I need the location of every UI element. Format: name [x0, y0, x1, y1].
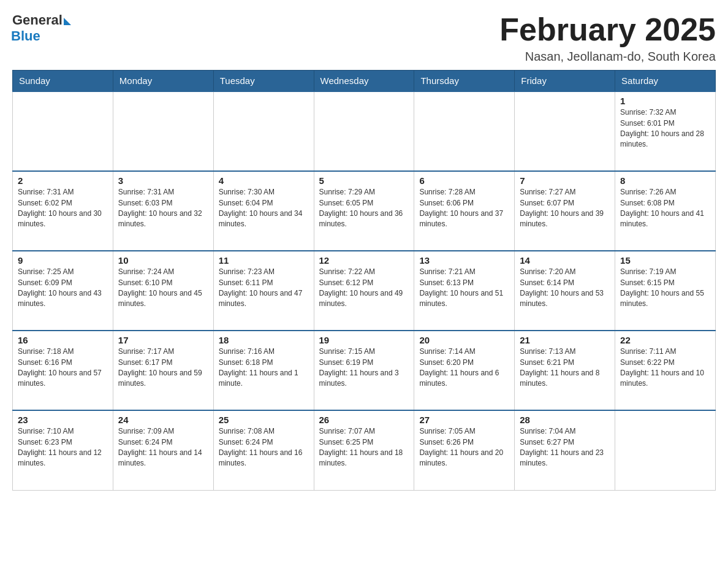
day-number: 23	[18, 415, 108, 425]
day-number: 14	[520, 255, 610, 266]
calendar-week-row: 23Sunrise: 7:10 AMSunset: 6:23 PMDayligh…	[13, 410, 716, 490]
calendar-day-header: Tuesday	[213, 71, 314, 92]
day-number: 7	[520, 175, 610, 186]
calendar-day-header: Friday	[515, 71, 615, 92]
day-info: Sunrise: 7:08 AMSunset: 6:24 PMDaylight:…	[219, 426, 309, 469]
day-info: Sunrise: 7:10 AMSunset: 6:23 PMDaylight:…	[18, 426, 108, 469]
day-info: Sunrise: 7:26 AMSunset: 6:08 PMDaylight:…	[620, 187, 710, 230]
calendar-day-cell: 6Sunrise: 7:28 AMSunset: 6:06 PMDaylight…	[414, 171, 515, 251]
day-number: 24	[118, 415, 208, 425]
calendar-day-cell: 23Sunrise: 7:10 AMSunset: 6:23 PMDayligh…	[13, 410, 113, 490]
day-info: Sunrise: 7:21 AMSunset: 6:13 PMDaylight:…	[419, 267, 509, 310]
day-info: Sunrise: 7:14 AMSunset: 6:20 PMDaylight:…	[419, 347, 509, 389]
calendar-day-cell	[113, 91, 213, 171]
calendar-day-cell: 16Sunrise: 7:18 AMSunset: 6:16 PMDayligh…	[13, 331, 113, 410]
day-info: Sunrise: 7:04 AMSunset: 6:27 PMDaylight:…	[520, 426, 610, 469]
logo-arrow-icon	[64, 18, 71, 25]
calendar-day-cell: 12Sunrise: 7:22 AMSunset: 6:12 PMDayligh…	[314, 251, 414, 331]
day-number: 1	[620, 96, 710, 106]
calendar-day-header: Monday	[113, 71, 213, 92]
page-header: General Blue February 2025 Nasan, Jeolla…	[12, 12, 716, 64]
calendar-day-header: Sunday	[13, 71, 113, 92]
day-info: Sunrise: 7:18 AMSunset: 6:16 PMDaylight:…	[18, 347, 108, 389]
location-subtitle: Nasan, Jeollanam-do, South Korea	[499, 50, 716, 64]
calendar-day-cell	[515, 91, 615, 171]
day-info: Sunrise: 7:24 AMSunset: 6:10 PMDaylight:…	[118, 267, 208, 310]
day-number: 13	[419, 255, 509, 266]
calendar-day-cell: 3Sunrise: 7:31 AMSunset: 6:03 PMDaylight…	[113, 171, 213, 251]
day-info: Sunrise: 7:30 AMSunset: 6:04 PMDaylight:…	[219, 187, 309, 230]
day-number: 5	[319, 175, 409, 186]
calendar-day-cell: 19Sunrise: 7:15 AMSunset: 6:19 PMDayligh…	[314, 331, 414, 410]
calendar-day-cell: 26Sunrise: 7:07 AMSunset: 6:25 PMDayligh…	[314, 410, 414, 490]
calendar-week-row: 16Sunrise: 7:18 AMSunset: 6:16 PMDayligh…	[13, 331, 716, 410]
day-info: Sunrise: 7:09 AMSunset: 6:24 PMDaylight:…	[118, 426, 208, 469]
calendar-day-cell	[414, 91, 515, 171]
calendar-day-cell: 17Sunrise: 7:17 AMSunset: 6:17 PMDayligh…	[113, 331, 213, 410]
day-number: 20	[419, 335, 509, 345]
calendar-header-row: SundayMondayTuesdayWednesdayThursdayFrid…	[13, 71, 716, 92]
day-info: Sunrise: 7:32 AMSunset: 6:01 PMDaylight:…	[620, 107, 710, 150]
logo-blue-text: Blue	[11, 28, 40, 44]
logo: General Blue	[12, 12, 71, 44]
calendar-day-cell: 21Sunrise: 7:13 AMSunset: 6:21 PMDayligh…	[515, 331, 615, 410]
day-number: 2	[18, 175, 108, 186]
day-info: Sunrise: 7:31 AMSunset: 6:03 PMDaylight:…	[118, 187, 208, 230]
calendar-day-cell: 13Sunrise: 7:21 AMSunset: 6:13 PMDayligh…	[414, 251, 515, 331]
calendar-day-header: Thursday	[414, 71, 515, 92]
calendar-day-cell: 5Sunrise: 7:29 AMSunset: 6:05 PMDaylight…	[314, 171, 414, 251]
day-info: Sunrise: 7:16 AMSunset: 6:18 PMDaylight:…	[219, 347, 309, 389]
day-number: 27	[419, 415, 509, 425]
day-number: 3	[118, 175, 208, 186]
calendar-day-cell: 15Sunrise: 7:19 AMSunset: 6:15 PMDayligh…	[615, 251, 716, 331]
day-number: 25	[219, 415, 309, 425]
calendar-day-cell: 4Sunrise: 7:30 AMSunset: 6:04 PMDaylight…	[213, 171, 314, 251]
calendar-day-cell: 2Sunrise: 7:31 AMSunset: 6:02 PMDaylight…	[13, 171, 113, 251]
day-info: Sunrise: 7:28 AMSunset: 6:06 PMDaylight:…	[419, 187, 509, 230]
day-number: 8	[620, 175, 710, 186]
day-number: 9	[18, 255, 108, 266]
day-info: Sunrise: 7:22 AMSunset: 6:12 PMDaylight:…	[319, 267, 409, 310]
day-info: Sunrise: 7:25 AMSunset: 6:09 PMDaylight:…	[18, 267, 108, 310]
day-number: 26	[319, 415, 409, 425]
day-number: 11	[219, 255, 309, 266]
day-number: 12	[319, 255, 409, 266]
day-info: Sunrise: 7:19 AMSunset: 6:15 PMDaylight:…	[620, 267, 710, 310]
day-number: 21	[520, 335, 610, 345]
logo-general-text: General	[12, 12, 63, 28]
calendar-day-cell: 18Sunrise: 7:16 AMSunset: 6:18 PMDayligh…	[213, 331, 314, 410]
day-info: Sunrise: 7:23 AMSunset: 6:11 PMDaylight:…	[219, 267, 309, 310]
calendar-day-cell: 20Sunrise: 7:14 AMSunset: 6:20 PMDayligh…	[414, 331, 515, 410]
day-number: 4	[219, 175, 309, 186]
calendar-day-cell	[13, 91, 113, 171]
day-number: 15	[620, 255, 710, 266]
calendar-day-cell	[615, 410, 716, 490]
day-number: 6	[419, 175, 509, 186]
calendar-day-cell: 9Sunrise: 7:25 AMSunset: 6:09 PMDaylight…	[13, 251, 113, 331]
day-number: 16	[18, 335, 108, 345]
day-info: Sunrise: 7:29 AMSunset: 6:05 PMDaylight:…	[319, 187, 409, 230]
calendar-day-header: Wednesday	[314, 71, 414, 92]
calendar-week-row: 9Sunrise: 7:25 AMSunset: 6:09 PMDaylight…	[13, 251, 716, 331]
calendar-day-cell: 8Sunrise: 7:26 AMSunset: 6:08 PMDaylight…	[615, 171, 716, 251]
calendar-day-cell: 25Sunrise: 7:08 AMSunset: 6:24 PMDayligh…	[213, 410, 314, 490]
day-info: Sunrise: 7:15 AMSunset: 6:19 PMDaylight:…	[319, 347, 409, 389]
calendar-week-row: 2Sunrise: 7:31 AMSunset: 6:02 PMDaylight…	[13, 171, 716, 251]
calendar-day-cell: 10Sunrise: 7:24 AMSunset: 6:10 PMDayligh…	[113, 251, 213, 331]
day-number: 28	[520, 415, 610, 425]
day-info: Sunrise: 7:20 AMSunset: 6:14 PMDaylight:…	[520, 267, 610, 310]
day-info: Sunrise: 7:07 AMSunset: 6:25 PMDaylight:…	[319, 426, 409, 469]
day-number: 10	[118, 255, 208, 266]
day-number: 22	[620, 335, 710, 345]
day-info: Sunrise: 7:17 AMSunset: 6:17 PMDaylight:…	[118, 347, 208, 389]
day-number: 19	[319, 335, 409, 345]
calendar-day-cell: 28Sunrise: 7:04 AMSunset: 6:27 PMDayligh…	[515, 410, 615, 490]
day-info: Sunrise: 7:11 AMSunset: 6:22 PMDaylight:…	[620, 347, 710, 389]
calendar-day-cell: 7Sunrise: 7:27 AMSunset: 6:07 PMDaylight…	[515, 171, 615, 251]
day-info: Sunrise: 7:13 AMSunset: 6:21 PMDaylight:…	[520, 347, 610, 389]
day-number: 17	[118, 335, 208, 345]
calendar-table: SundayMondayTuesdayWednesdayThursdayFrid…	[12, 70, 716, 491]
calendar-day-cell: 27Sunrise: 7:05 AMSunset: 6:26 PMDayligh…	[414, 410, 515, 490]
title-section: February 2025 Nasan, Jeollanam-do, South…	[499, 12, 716, 64]
calendar-day-cell	[213, 91, 314, 171]
